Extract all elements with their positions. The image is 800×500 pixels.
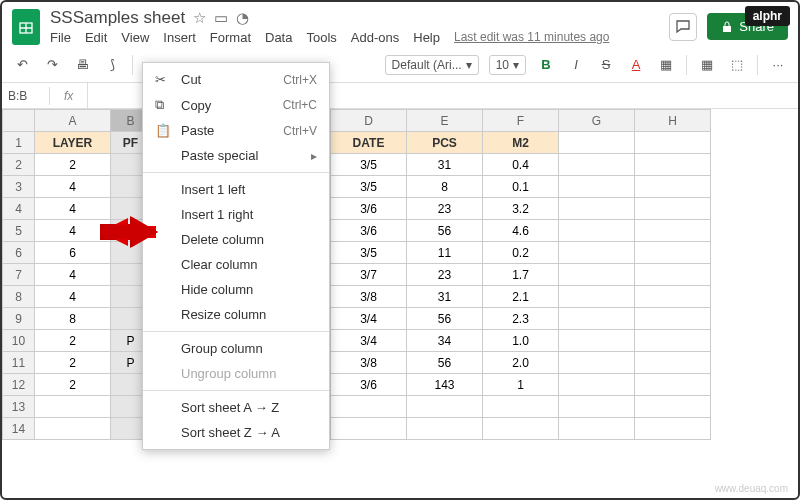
- menu-insert[interactable]: Insert: [163, 30, 196, 45]
- grid[interactable]: A B D E F G H 1LAYERPFDATEPCSM2 223/5310…: [2, 109, 711, 440]
- separator: [143, 331, 329, 332]
- separator: [132, 55, 133, 75]
- chevron-down-icon: ▾: [513, 58, 519, 72]
- col-header-d[interactable]: D: [331, 110, 407, 132]
- comments-button[interactable]: [669, 13, 697, 41]
- spreadsheet: A B D E F G H 1LAYERPFDATEPCSM2 223/5310…: [2, 109, 798, 440]
- menubar: File Edit View Insert Format Data Tools …: [50, 30, 659, 45]
- redo-icon[interactable]: ↷: [42, 57, 62, 72]
- cloud-icon[interactable]: ◔: [236, 9, 249, 27]
- chevron-down-icon: ▾: [466, 58, 472, 72]
- ctx-clear-column[interactable]: Clear column: [143, 252, 329, 277]
- ctx-hide-column[interactable]: Hide column: [143, 277, 329, 302]
- table-row: 743/7231.7: [3, 264, 711, 286]
- menu-file[interactable]: File: [50, 30, 71, 45]
- table-row: 1223/61431: [3, 374, 711, 396]
- table-row: 112P3/8562.0: [3, 352, 711, 374]
- menu-format[interactable]: Format: [210, 30, 251, 45]
- paste-icon: 📋: [155, 123, 171, 138]
- separator: [143, 172, 329, 173]
- print-icon[interactable]: 🖶: [72, 57, 92, 72]
- sheets-logo[interactable]: [12, 9, 40, 45]
- ctx-ungroup-column: Ungroup column: [143, 361, 329, 386]
- font-select[interactable]: Default (Ari...▾: [385, 55, 479, 75]
- ctx-resize-column[interactable]: Resize column: [143, 302, 329, 327]
- table-row: 223/5310.4: [3, 154, 711, 176]
- col-header-f[interactable]: F: [483, 110, 559, 132]
- context-menu: ✂CutCtrl+X ⧉CopyCtrl+C 📋PasteCtrl+V Past…: [142, 62, 330, 450]
- last-edit[interactable]: Last edit was 11 minutes ago: [454, 30, 609, 45]
- strike-button[interactable]: S: [596, 57, 616, 72]
- star-icon[interactable]: ☆: [193, 9, 206, 27]
- separator: [143, 390, 329, 391]
- ctx-insert-right[interactable]: Insert 1 right: [143, 202, 329, 227]
- watermark: www.deuaq.com: [715, 483, 788, 494]
- table-row: 13: [3, 396, 711, 418]
- ctx-sort-za[interactable]: Sort sheet Z → A: [143, 420, 329, 445]
- copy-icon: ⧉: [155, 97, 171, 113]
- doc-title[interactable]: SSSamples sheet: [50, 8, 185, 28]
- table-row: 843/8312.1: [3, 286, 711, 308]
- ctx-delete-column[interactable]: Delete column: [143, 227, 329, 252]
- undo-icon[interactable]: ↶: [12, 57, 32, 72]
- col-header-e[interactable]: E: [407, 110, 483, 132]
- text-color-button[interactable]: A: [626, 57, 646, 72]
- ctx-copy[interactable]: ⧉CopyCtrl+C: [143, 92, 329, 118]
- menu-edit[interactable]: Edit: [85, 30, 107, 45]
- move-icon[interactable]: ▭: [214, 9, 228, 27]
- paint-format-icon[interactable]: ⟆: [102, 57, 122, 72]
- table-row: 343/580.1: [3, 176, 711, 198]
- col-header-a[interactable]: A: [35, 110, 111, 132]
- ctx-group-column[interactable]: Group column: [143, 336, 329, 361]
- bold-button[interactable]: B: [536, 57, 556, 72]
- titlebar: SSSamples sheet ☆ ▭ ◔ File Edit View Ins…: [2, 2, 798, 47]
- col-header-g[interactable]: G: [559, 110, 635, 132]
- fx-label: fx: [50, 89, 87, 103]
- table-row: 1LAYERPFDATEPCSM2: [3, 132, 711, 154]
- cut-icon: ✂: [155, 72, 171, 87]
- menu-addons[interactable]: Add-ons: [351, 30, 399, 45]
- borders-button[interactable]: ▦: [697, 57, 717, 72]
- merge-button[interactable]: ⬚: [727, 57, 747, 72]
- fill-color-button[interactable]: ▦: [656, 57, 676, 72]
- size-select[interactable]: 10▾: [489, 55, 526, 75]
- name-box[interactable]: B:B: [2, 87, 50, 105]
- ctx-cut[interactable]: ✂CutCtrl+X: [143, 67, 329, 92]
- table-row: 102P3/4341.0: [3, 330, 711, 352]
- menu-help[interactable]: Help: [413, 30, 440, 45]
- separator: [686, 55, 687, 75]
- menu-view[interactable]: View: [121, 30, 149, 45]
- doc-title-row: SSSamples sheet ☆ ▭ ◔: [50, 8, 659, 28]
- menu-data[interactable]: Data: [265, 30, 292, 45]
- table-row: 14: [3, 418, 711, 440]
- ctx-sort-az[interactable]: Sort sheet A → Z: [143, 395, 329, 420]
- chevron-right-icon: ▸: [311, 149, 317, 163]
- ctx-paste[interactable]: 📋PasteCtrl+V: [143, 118, 329, 143]
- select-all-corner[interactable]: [3, 110, 35, 132]
- table-row: 983/4562.3: [3, 308, 711, 330]
- svg-rect-3: [723, 26, 731, 32]
- menu-tools[interactable]: Tools: [306, 30, 336, 45]
- comment-icon: [675, 19, 691, 35]
- lock-icon: [721, 21, 733, 33]
- ctx-paste-special[interactable]: Paste special▸: [143, 143, 329, 168]
- separator: [757, 55, 758, 75]
- alphr-badge: alphr: [745, 6, 790, 26]
- ctx-insert-left[interactable]: Insert 1 left: [143, 177, 329, 202]
- toolbar: ↶ ↷ 🖶 ⟆ Default (Ari...▾ 10▾ B I S A ▦ ▦…: [2, 47, 798, 83]
- col-header-h[interactable]: H: [635, 110, 711, 132]
- annotation-arrow-icon: [98, 212, 158, 252]
- formula-bar: B:B fx: [2, 83, 798, 109]
- italic-button[interactable]: I: [566, 57, 586, 72]
- more-button[interactable]: ···: [768, 57, 788, 72]
